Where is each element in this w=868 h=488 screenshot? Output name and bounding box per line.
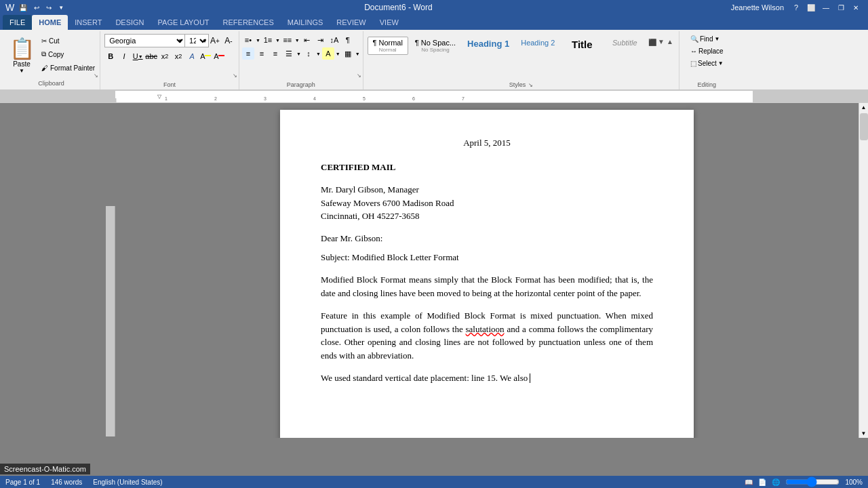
vertical-scrollbar[interactable]: ▲ ▼	[859, 103, 868, 438]
copy-button[interactable]: ⧉ Copy	[39, 47, 97, 61]
paste-button[interactable]: 📋 Paste ▼	[5, 34, 38, 77]
format-painter-button[interactable]: 🖌 Format Painter	[39, 61, 97, 75]
qat-redo[interactable]: ↪	[44, 3, 54, 12]
styles-more-icon[interactable]: ⬛	[648, 38, 656, 46]
editing-group-label: Editing	[684, 81, 730, 89]
tab-home[interactable]: HOME	[32, 15, 68, 30]
strikethrough-button[interactable]: abc	[145, 50, 157, 62]
style-subtitle[interactable]: Subtitle	[604, 37, 645, 49]
font-family-row: Georgia ▼ 12 ▼ A+ A-	[104, 34, 235, 47]
styles-expand-icon[interactable]: ↘	[528, 82, 533, 88]
ruler-main[interactable]: ▽ | 1 2 3 4 5 6 7	[115, 91, 753, 103]
tab-review[interactable]: REVIEW	[330, 15, 372, 30]
tab-references[interactable]: REFERENCES	[216, 15, 281, 30]
address-line1: Mr. Daryl Gibson, Manager	[321, 183, 653, 197]
find-dropdown-icon[interactable]: ▼	[714, 36, 719, 42]
numbering-button[interactable]: 1≡	[262, 34, 274, 46]
shading-button[interactable]: A	[322, 47, 334, 60]
select-button[interactable]: ⬚ Select ▼	[688, 58, 726, 68]
justify-dropdown-icon[interactable]: ▼	[296, 52, 301, 56]
style-normal[interactable]: ¶ Normal Normal	[368, 37, 408, 55]
align-right-button[interactable]: ≡	[269, 47, 281, 60]
clipboard-expand-icon[interactable]: ↘	[94, 73, 98, 79]
tab-file[interactable]: FILE	[3, 15, 32, 30]
styles-scroll-up-icon[interactable]: ▲	[666, 38, 673, 46]
borders-button[interactable]: ▦	[342, 47, 354, 60]
web-layout-icon[interactable]: 🌐	[772, 479, 780, 486]
font-shrink-button[interactable]: A-	[222, 35, 235, 47]
print-layout-icon[interactable]: 📄	[758, 479, 766, 486]
scrollbar-down-arrow[interactable]: ▼	[860, 429, 868, 438]
multilevel-button[interactable]: ≡≡	[281, 34, 294, 46]
align-center-button[interactable]: ≡	[256, 47, 268, 60]
style-title[interactable]: Title	[561, 37, 602, 52]
bold-button[interactable]: B	[104, 50, 117, 62]
line-spacing-dropdown-icon[interactable]: ▼	[316, 52, 321, 56]
shading-dropdown-icon[interactable]: ▼	[336, 52, 340, 56]
font-grow-button[interactable]: A+	[209, 35, 221, 47]
style-heading2[interactable]: Heading 2	[516, 37, 559, 49]
tab-insert[interactable]: INSERT	[68, 15, 108, 30]
ribbon-collapse-button[interactable]: ⬜	[804, 2, 818, 13]
paragraph-expand-icon[interactable]: ↘	[357, 73, 361, 79]
alignment-buttons-row: ≡ ≡ ≡ ☰ ▼ ↕ ▼ A ▼ ▦ ▼	[242, 47, 360, 60]
font-size-select[interactable]: 12	[184, 34, 209, 47]
line-spacing-button[interactable]: ↕	[302, 47, 315, 60]
paragraph-group: ≡• ▼ 1≡ ▼ ≡≡ ▼ ⇤ ⇥ ↕A ¶ ≡ ≡ ≡ ☰ ▼ ↕ ▼ A …	[239, 31, 363, 89]
maximize-button[interactable]: ❐	[834, 2, 848, 13]
help-button[interactable]: ?	[789, 2, 803, 13]
qat-undo[interactable]: ↩	[32, 3, 41, 12]
document-date: April 5, 2015	[321, 137, 653, 149]
tab-page-layout[interactable]: PAGE LAYOUT	[151, 15, 216, 30]
bullets-button[interactable]: ≡•	[242, 34, 254, 46]
font-expand-icon[interactable]: ↘	[233, 73, 237, 79]
decrease-indent-button[interactable]: ⇤	[301, 34, 313, 46]
underline-button[interactable]: U▼	[132, 50, 144, 62]
replace-button[interactable]: ↔ Replace	[688, 46, 726, 56]
clipboard-actions: ✂ Cut ⧉ Copy 🖌 Format Painter	[39, 34, 97, 75]
ruler-label-5: 4	[313, 96, 316, 101]
superscript-button[interactable]: x2	[172, 50, 184, 62]
find-button[interactable]: 🔍 Find ▼	[688, 34, 726, 44]
style-heading1[interactable]: Heading 1	[462, 37, 514, 51]
borders-dropdown-icon[interactable]: ▼	[355, 52, 360, 56]
paragraph-group-label: Paragraph	[242, 81, 360, 89]
style-no-spacing[interactable]: ¶ No Spac... No Spacing	[410, 37, 460, 55]
zoom-slider[interactable]	[785, 479, 840, 485]
document-area[interactable]: April 5, 2015 CERTIFIED MAIL Mr. Daryl G…	[115, 103, 859, 438]
show-formatting-button[interactable]: ¶	[342, 34, 354, 46]
bullets-dropdown-icon[interactable]: ▼	[256, 38, 260, 43]
tab-mailings[interactable]: MAILINGS	[281, 15, 330, 30]
increase-indent-button[interactable]: ⇥	[315, 34, 327, 46]
italic-button[interactable]: I	[118, 50, 130, 62]
font-family-select[interactable]: Georgia	[104, 34, 186, 47]
window-controls[interactable]: ? ⬜ — ❐ ✕	[789, 2, 863, 13]
qat-more[interactable]: ▼	[56, 4, 66, 12]
close-button[interactable]: ✕	[849, 2, 863, 13]
select-dropdown-icon[interactable]: ▼	[718, 60, 724, 66]
numbering-dropdown-icon[interactable]: ▼	[275, 38, 280, 43]
read-mode-icon[interactable]: 📖	[745, 479, 753, 486]
document-paragraph3: We used standard vertical date placement…	[321, 371, 653, 385]
subscript-button[interactable]: x2	[159, 50, 171, 62]
copy-label: Copy	[48, 51, 64, 58]
tab-design[interactable]: DESIGN	[108, 15, 151, 30]
align-left-button[interactable]: ≡	[242, 47, 254, 60]
paste-dropdown-icon[interactable]: ▼	[19, 68, 24, 74]
justify-button[interactable]: ☰	[283, 47, 295, 60]
font-color-button[interactable]: A	[213, 50, 225, 62]
scrollbar-thumb[interactable]	[860, 113, 868, 140]
cut-button[interactable]: ✂ Cut	[39, 34, 97, 47]
style-heading1-label: Heading 1	[467, 39, 509, 49]
text-highlight-button[interactable]: A	[199, 50, 212, 62]
tab-view[interactable]: VIEW	[373, 15, 406, 30]
main-area: April 5, 2015 CERTIFIED MAIL Mr. Daryl G…	[0, 103, 868, 438]
scrollbar-up-arrow[interactable]: ▲	[860, 103, 868, 112]
qat-save[interactable]: 💾	[17, 3, 29, 12]
multilevel-dropdown-icon[interactable]: ▼	[295, 38, 300, 43]
text-effects-button[interactable]: A	[186, 50, 198, 62]
sort-button[interactable]: ↕A	[328, 34, 340, 46]
styles-scroll-down-icon[interactable]: ▼	[657, 38, 665, 46]
minimize-button[interactable]: —	[819, 2, 833, 13]
document-page[interactable]: April 5, 2015 CERTIFIED MAIL Mr. Daryl G…	[280, 110, 694, 438]
